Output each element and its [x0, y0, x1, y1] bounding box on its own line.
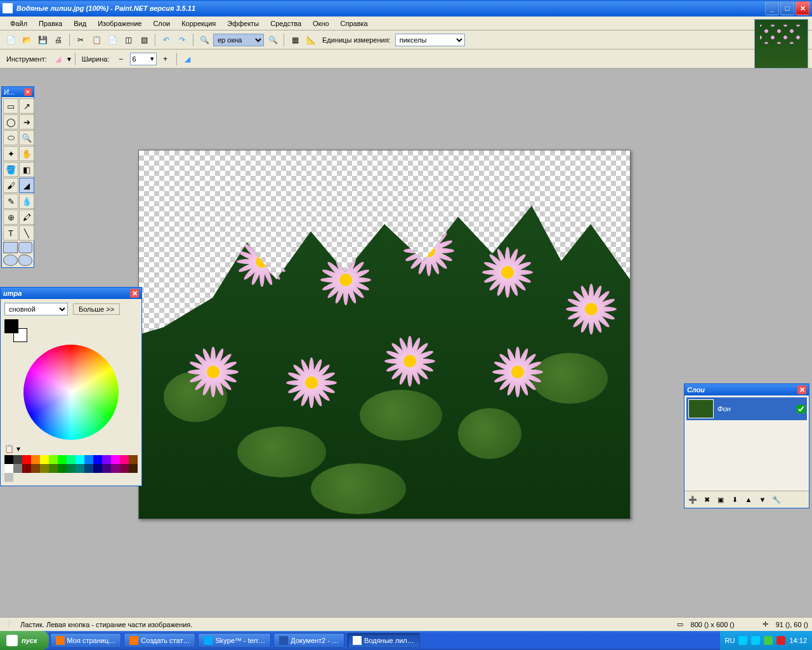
width-plus-icon[interactable]: +	[159, 52, 173, 66]
grid-icon[interactable]: ▦	[288, 33, 302, 47]
freeform-shape[interactable]	[18, 255, 33, 266]
palette-swatch[interactable]	[102, 455, 111, 464]
move-sel-tool[interactable]: ↗	[19, 98, 34, 114]
menu-edit[interactable]: Правка	[34, 18, 67, 29]
lasso-tool[interactable]: ◯	[3, 114, 18, 129]
colors-close-icon[interactable]: ✕	[130, 289, 139, 298]
start-button[interactable]: пуск	[0, 631, 49, 650]
palette-swatch[interactable]	[22, 464, 31, 473]
picker-tool[interactable]: 💧	[19, 194, 34, 209]
zoom-in-icon[interactable]: 🔍	[266, 33, 280, 47]
palette-swatch[interactable]	[13, 455, 22, 464]
color-mode-combo[interactable]: сновной	[4, 303, 68, 315]
zoom-tool[interactable]: 🔍	[19, 130, 34, 145]
move-up-icon[interactable]: ▲	[742, 493, 755, 506]
system-tray[interactable]: RU 14:12	[720, 631, 812, 650]
properties-icon[interactable]: 🔧	[770, 493, 783, 506]
palette-add-icon[interactable]: 📋	[4, 445, 14, 453]
palette-swatch[interactable]	[93, 464, 102, 473]
new-icon[interactable]: 📄	[4, 33, 18, 47]
text-tool[interactable]: T	[3, 225, 18, 241]
rect-select-tool[interactable]: ▭	[3, 98, 18, 114]
brush-tool[interactable]: 🖌	[3, 178, 18, 193]
crop-icon[interactable]: ◫	[121, 33, 135, 47]
paste-icon[interactable]: 📄	[105, 33, 119, 47]
palette-swatch[interactable]	[22, 455, 31, 464]
move-down-icon[interactable]: ▼	[756, 493, 769, 506]
palette-swatch[interactable]	[84, 464, 93, 473]
redo-icon[interactable]: ↷	[175, 33, 189, 47]
palette-swatch[interactable]	[120, 455, 129, 464]
clock[interactable]: 14:12	[789, 637, 807, 644]
taskbar-item[interactable]: Моя страниц…	[50, 633, 122, 648]
more-button[interactable]: Больше >>	[73, 303, 120, 315]
palette-swatch[interactable]	[31, 455, 40, 464]
brush-width-input[interactable]: 6▾	[130, 53, 157, 65]
ruler-icon[interactable]: 📐	[304, 33, 318, 47]
fg-bg-swatch[interactable]	[4, 319, 27, 342]
language-indicator[interactable]: RU	[725, 637, 735, 644]
roundrect-shape[interactable]	[18, 242, 33, 253]
copy-icon[interactable]: 📋	[89, 33, 103, 47]
layer-row[interactable]: Фон	[686, 397, 807, 420]
palette-swatch[interactable]	[102, 464, 111, 473]
palette-swatch[interactable]	[67, 455, 75, 464]
taskbar-item-active[interactable]: Водяные лил…	[347, 633, 420, 648]
palette-swatch[interactable]	[40, 455, 49, 464]
recolor-tool[interactable]: 🖍	[19, 209, 34, 225]
minimize-button[interactable]: _	[765, 1, 779, 15]
menu-image[interactable]: Изображение	[93, 18, 147, 29]
magic-wand-tool[interactable]: ✦	[3, 146, 18, 161]
palette-swatch[interactable]	[93, 455, 102, 464]
palette-swatch[interactable]	[75, 464, 84, 473]
palette-swatch[interactable]	[58, 464, 67, 473]
print-icon[interactable]: 🖨	[51, 33, 65, 47]
rect-shape[interactable]	[3, 242, 18, 253]
palette-swatch[interactable]	[31, 464, 40, 473]
units-combo[interactable]: пикселы	[395, 34, 465, 46]
tray-icon[interactable]	[776, 636, 785, 645]
layers-close-icon[interactable]: ✕	[797, 385, 806, 394]
palette-swatch[interactable]	[84, 455, 93, 464]
open-icon[interactable]: 📂	[20, 33, 34, 47]
undo-icon[interactable]: ↶	[159, 33, 173, 47]
palette-swatch[interactable]	[13, 464, 22, 473]
palette-swatch[interactable]	[111, 464, 120, 473]
layer-visible-checkbox[interactable]	[797, 405, 805, 413]
fg-color[interactable]	[4, 319, 18, 333]
menu-adjust[interactable]: Коррекция	[176, 18, 221, 29]
palette-swatch[interactable]	[75, 455, 84, 464]
ellipse-shape[interactable]	[3, 255, 18, 266]
ellipse-select-tool[interactable]: ⬭	[3, 130, 18, 145]
taskbar-item[interactable]: Создать стат…	[124, 633, 195, 648]
palette-swatch[interactable]	[67, 464, 75, 473]
width-minus-icon[interactable]: −	[114, 52, 128, 66]
save-icon[interactable]: 💾	[36, 33, 49, 47]
merge-down-icon[interactable]: ⬇	[728, 493, 741, 506]
zoom-out-icon[interactable]: 🔍	[197, 33, 211, 47]
pencil-tool[interactable]: ✎	[3, 194, 18, 209]
tools-close-icon[interactable]: ✕	[24, 88, 32, 96]
tray-icon[interactable]	[764, 636, 773, 645]
antialias-icon[interactable]: ◢	[181, 52, 195, 66]
image-thumbnail[interactable]	[754, 19, 808, 69]
line-tool[interactable]: ╲	[19, 225, 34, 241]
menu-effects[interactable]: Эффекты	[222, 18, 264, 29]
eraser-tool[interactable]: ◢	[19, 178, 34, 193]
canvas[interactable]	[138, 150, 631, 519]
palette-swatch[interactable]	[129, 464, 138, 473]
palette-swatch[interactable]	[4, 464, 13, 473]
color-palette[interactable]	[4, 455, 138, 482]
palette-swatch[interactable]	[40, 464, 49, 473]
tray-icon[interactable]	[751, 636, 760, 645]
current-tool-icon[interactable]: ◢	[51, 52, 65, 66]
gradient-tool[interactable]: ◧	[19, 162, 34, 177]
delete-layer-icon[interactable]: ✖	[700, 493, 713, 506]
palette-swatch[interactable]	[111, 455, 120, 464]
tray-icon[interactable]	[738, 636, 747, 645]
add-layer-icon[interactable]: ➕	[686, 493, 699, 506]
fill-tool[interactable]: 🪣	[3, 162, 18, 177]
clone-tool[interactable]: ⊕	[3, 209, 18, 225]
move-tool[interactable]: ➔	[19, 114, 34, 129]
maximize-button[interactable]: □	[780, 1, 794, 15]
